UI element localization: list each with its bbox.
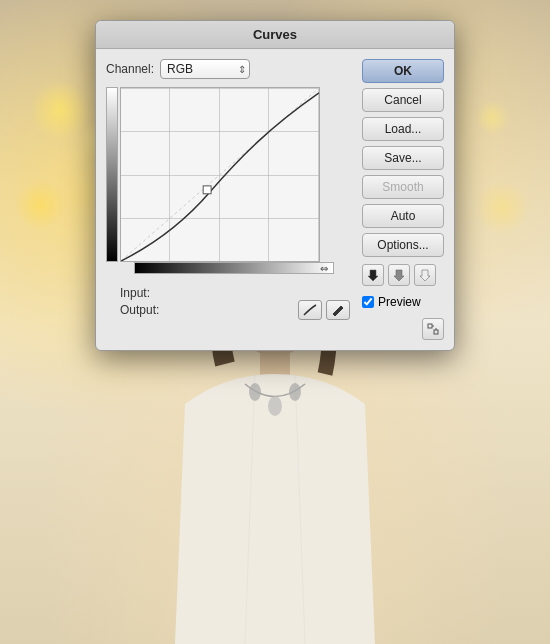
svg-rect-7 bbox=[203, 186, 211, 194]
svg-rect-2 bbox=[260, 352, 290, 377]
channel-label: Channel: bbox=[106, 62, 154, 76]
output-label: Output: bbox=[120, 303, 162, 317]
curve-mode-button[interactable] bbox=[298, 300, 322, 320]
save-button[interactable]: Save... bbox=[362, 146, 444, 170]
gray-eyedropper-button[interactable] bbox=[388, 264, 410, 286]
input-row: Input: bbox=[120, 286, 166, 300]
black-eyedropper-button[interactable] bbox=[362, 264, 384, 286]
eyedropper-row bbox=[362, 264, 444, 286]
bokeh-circle bbox=[475, 100, 510, 135]
preview-row: Preview bbox=[362, 295, 444, 309]
curves-y-gradient bbox=[106, 87, 118, 262]
x-gradient-wrapper: ⇔ bbox=[120, 262, 354, 274]
curves-x-gradient: ⇔ bbox=[134, 262, 334, 274]
curves-graph-container bbox=[106, 87, 354, 262]
input-label: Input: bbox=[120, 286, 162, 300]
load-button[interactable]: Load... bbox=[362, 117, 444, 141]
cancel-button[interactable]: Cancel bbox=[362, 88, 444, 112]
auto-button[interactable]: Auto bbox=[362, 204, 444, 228]
expand-button[interactable] bbox=[422, 318, 444, 340]
preview-label: Preview bbox=[378, 295, 421, 309]
output-row: Output: bbox=[120, 303, 166, 317]
left-panel: Channel: RGB Red Green Blue bbox=[106, 59, 354, 340]
bokeh-circle bbox=[15, 180, 65, 230]
options-button[interactable]: Options... bbox=[362, 233, 444, 257]
dialog-titlebar: Curves bbox=[96, 21, 454, 49]
graph-mode-buttons bbox=[298, 300, 354, 320]
svg-rect-8 bbox=[428, 324, 432, 328]
bokeh-circle bbox=[475, 180, 530, 235]
ok-button[interactable]: OK bbox=[362, 59, 444, 83]
curves-x-arrows: ⇔ bbox=[320, 263, 328, 274]
svg-line-6 bbox=[121, 88, 319, 261]
channel-select-wrapper: RGB Red Green Blue bbox=[160, 59, 250, 79]
svg-point-3 bbox=[249, 383, 261, 401]
curves-dialog-overlay: Curves Channel: RGB Red Green Blue bbox=[95, 20, 455, 351]
curves-dialog: Curves Channel: RGB Red Green Blue bbox=[95, 20, 455, 351]
svg-point-4 bbox=[268, 396, 282, 416]
pencil-mode-button[interactable] bbox=[326, 300, 350, 320]
preview-checkbox[interactable] bbox=[362, 296, 374, 308]
dialog-title: Curves bbox=[253, 27, 297, 42]
channel-row: Channel: RGB Red Green Blue bbox=[106, 59, 354, 79]
svg-rect-9 bbox=[434, 330, 438, 334]
curves-svg bbox=[121, 88, 319, 261]
channel-select[interactable]: RGB Red Green Blue bbox=[160, 59, 250, 79]
curves-graph[interactable] bbox=[120, 87, 320, 262]
io-icons-row: Input: Output: bbox=[106, 280, 354, 320]
smooth-button[interactable]: Smooth bbox=[362, 175, 444, 199]
right-panel: OK Cancel Load... Save... Smooth Auto Op… bbox=[362, 59, 444, 340]
svg-point-5 bbox=[289, 383, 301, 401]
expand-wrapper bbox=[362, 314, 444, 340]
input-output-area: Input: Output: bbox=[120, 286, 166, 320]
white-eyedropper-button[interactable] bbox=[414, 264, 436, 286]
